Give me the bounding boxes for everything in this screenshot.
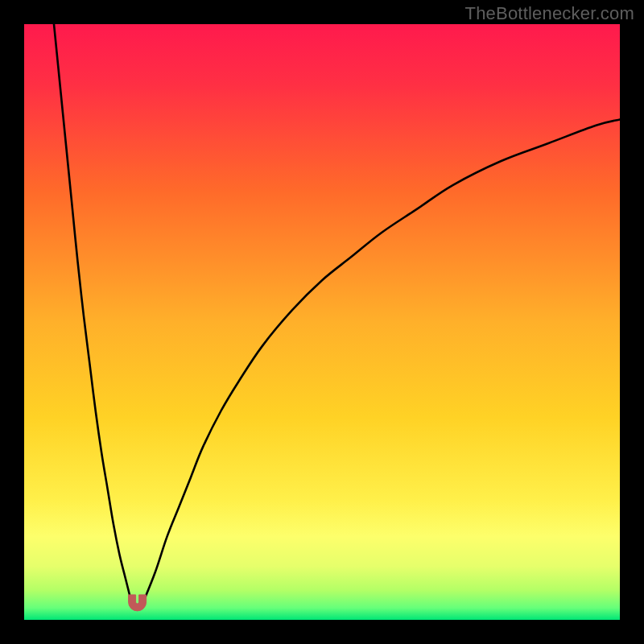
chart-curves	[24, 24, 620, 620]
curve-right-branch	[143, 119, 620, 601]
curve-left-branch	[54, 24, 131, 602]
chart-outer-frame: TheBottlenecker.com	[0, 0, 644, 644]
watermark-text: TheBottlenecker.com	[465, 3, 634, 24]
minimum-marker	[129, 595, 147, 611]
chart-plot-area	[24, 24, 620, 620]
